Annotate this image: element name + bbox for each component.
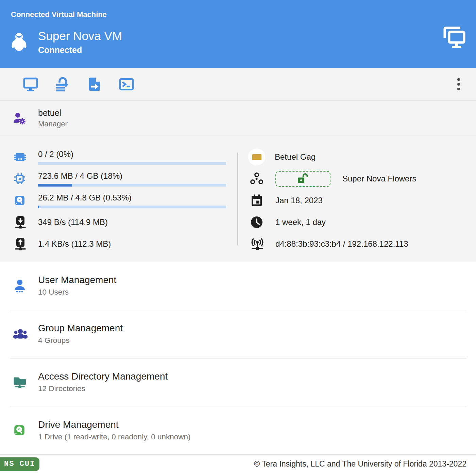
user-icon bbox=[13, 279, 27, 293]
section-title: Group Management bbox=[38, 323, 123, 334]
drive-icon bbox=[13, 424, 27, 437]
creation-date-row: Jan 18, 2023 bbox=[237, 190, 476, 211]
kebab-menu-icon[interactable] bbox=[457, 77, 465, 92]
vm-toolbar bbox=[0, 68, 476, 101]
manage-account-icon bbox=[13, 111, 27, 125]
vm-stats-panel: 0 / 2 (0%) 723.6 MB / 4 GB (18%) bbox=[0, 136, 476, 262]
display-icon[interactable] bbox=[23, 77, 38, 92]
owner-avatar bbox=[248, 148, 265, 165]
disk-usage-value: 26.2 MB / 4.8 GB (0.53%) bbox=[38, 193, 226, 203]
memory-usage-value: 723.6 MB / 4 GB (18%) bbox=[38, 171, 226, 181]
section-subtitle: 12 Directories bbox=[38, 384, 168, 393]
owner-name: Betuel Gag bbox=[275, 152, 316, 162]
disk-icon bbox=[14, 194, 26, 207]
vm-access-label: Super Nova Flowers bbox=[342, 174, 416, 183]
hub-icon bbox=[250, 172, 264, 186]
network-address-value: d4:88:3b:93:c3:b4 / 192.168.122.113 bbox=[275, 239, 408, 249]
header-eyebrow: Connected Virtual Machine bbox=[11, 10, 107, 19]
terminal-icon[interactable] bbox=[119, 77, 134, 92]
lock-open-icon bbox=[296, 173, 310, 185]
access-directory-management-row[interactable]: Access Directory Management 12 Directori… bbox=[0, 358, 476, 406]
multi-display-icon[interactable] bbox=[441, 25, 467, 49]
user-management-row[interactable]: User Management 10 Users bbox=[0, 262, 476, 310]
upload-rate-value: 1.4 KB/s (112.3 MB) bbox=[38, 239, 226, 249]
section-title: Drive Management bbox=[38, 419, 191, 430]
network-address-row: d4:88:3b:93:c3:b4 / 192.168.122.113 bbox=[237, 233, 476, 255]
cpu-cores-value: 0 / 2 (0%) bbox=[38, 150, 226, 159]
drive-management-row[interactable]: Drive Management 1 Drive (1 read-write, … bbox=[0, 406, 476, 454]
vm-title: Super Nova VM bbox=[38, 29, 122, 43]
disk-usage-row: 26.2 MB / 4.8 GB (0.53%) bbox=[0, 190, 237, 211]
memory-icon bbox=[14, 151, 26, 163]
clock-icon bbox=[250, 215, 264, 229]
section-subtitle: 10 Users bbox=[38, 288, 116, 297]
cpu-icon bbox=[14, 173, 26, 185]
section-subtitle: 4 Groups bbox=[38, 336, 123, 345]
creation-date-value: Jan 18, 2023 bbox=[275, 196, 323, 205]
section-title: Access Directory Management bbox=[38, 371, 168, 382]
uptime-value: 1 week, 1 day bbox=[275, 217, 326, 227]
disk-usage-bar bbox=[38, 206, 226, 208]
file-export-icon[interactable] bbox=[87, 77, 102, 92]
upload-rate-row: 1.4 KB/s (112.3 MB) bbox=[0, 233, 237, 255]
user-name: betuel bbox=[38, 108, 68, 118]
uptime-row: 1 week, 1 day bbox=[237, 211, 476, 233]
network-antenna-icon bbox=[250, 237, 264, 251]
footer: NS CUI © Tera Insights, LLC and The Univ… bbox=[0, 454, 476, 473]
folder-network-icon bbox=[13, 375, 27, 388]
cpu-cores-row: 0 / 2 (0%) bbox=[0, 146, 237, 168]
current-user-row[interactable]: betuel Manager bbox=[0, 101, 476, 136]
copyright-text: © Tera Insights, LLC and The University … bbox=[254, 459, 466, 469]
vm-header: Connected Virtual Machine Super Nova VM … bbox=[0, 0, 476, 68]
calendar-icon bbox=[250, 194, 264, 207]
stats-divider bbox=[237, 153, 238, 245]
group-icon bbox=[13, 328, 27, 340]
download-rate-row: 349 B/s (114.9 MB) bbox=[0, 211, 237, 233]
linux-penguin-icon bbox=[11, 32, 27, 52]
unlock-button[interactable] bbox=[275, 171, 330, 187]
vm-access-row: Super Nova Flowers bbox=[237, 168, 476, 190]
memory-usage-row: 723.6 MB / 4 GB (18%) bbox=[0, 168, 237, 190]
cui-badge: NS CUI bbox=[0, 457, 39, 471]
download-icon bbox=[14, 215, 26, 229]
user-role: Manager bbox=[38, 120, 68, 128]
owner-row: Betuel Gag bbox=[237, 146, 476, 168]
section-title: User Management bbox=[38, 275, 116, 285]
download-rate-value: 349 B/s (114.9 MB) bbox=[38, 217, 226, 227]
memory-usage-bar bbox=[38, 184, 226, 187]
group-management-row[interactable]: Group Management 4 Groups bbox=[0, 310, 476, 358]
cpu-cores-bar bbox=[38, 162, 226, 165]
section-subtitle: 1 Drive (1 read-write, 0 readonly, 0 unk… bbox=[38, 433, 191, 441]
upload-icon bbox=[14, 237, 26, 251]
vm-status: Connected bbox=[38, 45, 122, 55]
management-list: User Management 10 Users Group Managemen… bbox=[0, 262, 476, 454]
queue-download-icon[interactable] bbox=[55, 77, 70, 92]
